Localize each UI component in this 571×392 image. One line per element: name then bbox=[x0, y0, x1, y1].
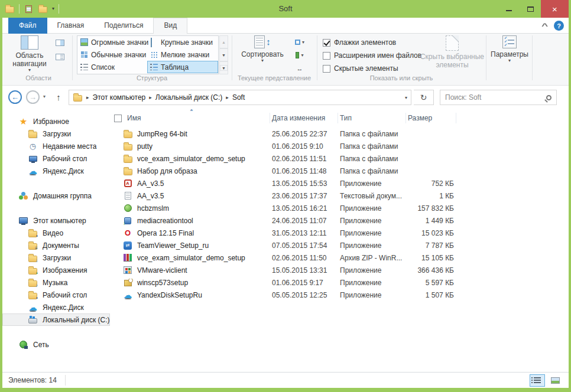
column-headers: ▲ Имя Дата изменения Тип Размер bbox=[109, 111, 565, 125]
navigation-pane-button[interactable]: Область навигации ▾ bbox=[7, 35, 52, 73]
breadcrumb-separator-icon[interactable]: ▸ bbox=[149, 94, 152, 100]
address-bar[interactable]: ▸ Этот компьютер ▸ Локальный диск (C:) ▸… bbox=[69, 90, 411, 105]
videos-folder-icon: ▪ bbox=[28, 231, 37, 237]
item-checkboxes-checkbox[interactable] bbox=[323, 39, 330, 47]
sidebar-network[interactable]: Сеть bbox=[2, 338, 110, 351]
preview-pane-icon bbox=[56, 40, 64, 46]
file-row[interactable]: vce_exam_simulator_demo_setup02.06.2015 … bbox=[109, 152, 565, 165]
view-small-icons[interactable]: Мелкие значки bbox=[147, 48, 218, 61]
tab-home[interactable]: Главная bbox=[47, 18, 95, 34]
sidebar-downloads-pc[interactable]: ↓Загрузки bbox=[2, 251, 110, 264]
sidebar-yandex-disk[interactable]: ☁Яндекс.Диск bbox=[2, 165, 110, 177]
file-row[interactable]: Набор для образа01.06.2015 11:48Папка с … bbox=[109, 165, 565, 177]
tab-view[interactable]: Вид bbox=[153, 18, 187, 34]
folder-icon bbox=[123, 167, 132, 175]
breadcrumb-soft[interactable]: Soft bbox=[232, 93, 245, 102]
add-columns-button[interactable]: ▾ bbox=[291, 49, 309, 61]
details-pane-button[interactable] bbox=[52, 50, 67, 63]
close-button[interactable]: × bbox=[541, 0, 569, 18]
file-row[interactable]: mediacreationtool24.06.2015 11:07Приложе… bbox=[109, 214, 565, 227]
view-medium-icons[interactable]: Обычные значки bbox=[77, 48, 147, 61]
refresh-icon: ↻ bbox=[420, 93, 427, 102]
file-row[interactable]: OOpera 12.15 Final31.05.2013 12:11Прилож… bbox=[109, 227, 565, 239]
sidebar-downloads[interactable]: ↓Загрузки bbox=[2, 128, 110, 140]
file-row[interactable]: JumpReg 64-bit25.06.2015 22:37Папка с фа… bbox=[109, 128, 565, 140]
more-views-button[interactable]: ▼ bbox=[219, 61, 228, 74]
collapse-ribbon-icon[interactable]: ^ bbox=[541, 22, 548, 30]
address-dropdown-icon[interactable]: ▾ bbox=[405, 95, 407, 100]
file-list: JumpReg 64-bit25.06.2015 22:37Папка с фа… bbox=[109, 128, 565, 301]
small-icons-icon bbox=[150, 51, 158, 58]
up-button[interactable]: ↑ bbox=[52, 90, 65, 104]
file-row[interactable]: hcbzmslm13.05.2015 16:21Приложение157 83… bbox=[109, 202, 565, 214]
downloads-folder-icon: ↓ bbox=[28, 256, 37, 262]
sidebar-local-disk-c[interactable]: Локальный диск (C:) bbox=[2, 313, 110, 326]
search-placeholder: Поиск: Soft bbox=[445, 93, 481, 102]
sidebar-favorites[interactable]: ★Избранное bbox=[2, 115, 110, 128]
size-columns-button[interactable]: ↔ bbox=[291, 62, 309, 74]
checkbox-item-checkboxes[interactable]: Флажки элементов bbox=[323, 37, 396, 48]
scroll-down-icon[interactable]: ▼ bbox=[219, 48, 228, 61]
sort-by-icon bbox=[254, 35, 265, 48]
column-header-name[interactable]: Имя bbox=[109, 113, 270, 123]
sidebar-desktop[interactable]: Рабочий стол bbox=[2, 152, 110, 165]
column-header-size[interactable]: Размер bbox=[406, 113, 456, 123]
options-button[interactable]: Параметры ▾ bbox=[488, 35, 531, 63]
view-details[interactable]: Таблица bbox=[147, 61, 218, 73]
file-row[interactable]: ☁YandexDiskSetupRu05.05.2015 12:25Прилож… bbox=[109, 289, 565, 301]
sidebar-pictures[interactable]: ▪Изображения bbox=[2, 264, 110, 276]
minimize-button[interactable] bbox=[498, 0, 520, 18]
group-by-button[interactable]: ▾ bbox=[291, 36, 309, 48]
breadcrumb-separator-icon[interactable]: ▸ bbox=[226, 94, 229, 100]
thumbnails-view-button[interactable] bbox=[547, 374, 563, 387]
file-row[interactable]: vce_exam_simulator_demo_setup02.06.2015 … bbox=[109, 251, 565, 264]
status-separator bbox=[65, 375, 66, 386]
help-icon[interactable]: ? bbox=[554, 21, 564, 31]
sidebar-this-pc[interactable]: Этот компьютер bbox=[2, 214, 110, 227]
checkbox-hidden-items[interactable]: Скрытые элементы bbox=[323, 63, 398, 74]
sidebar-recent-places[interactable]: ◷Недавние места bbox=[2, 140, 110, 152]
recent-locations-icon[interactable]: ▾ bbox=[43, 94, 46, 99]
search-input[interactable]: Поиск: Soft bbox=[440, 90, 557, 105]
sort-by-button[interactable]: ↕ Сортировать ▾ bbox=[238, 35, 287, 63]
teamviewer-icon: ⇄ bbox=[123, 241, 132, 250]
view-list[interactable]: Список bbox=[77, 61, 147, 73]
file-row[interactable]: ⇄TeamViewer_Setup_ru07.05.2015 17:54Прил… bbox=[109, 239, 565, 251]
sidebar-videos[interactable]: ▪Видео bbox=[2, 227, 110, 239]
tab-file[interactable]: Файл bbox=[8, 18, 47, 34]
winscp-icon bbox=[123, 279, 132, 286]
breadcrumb-disk-c[interactable]: Локальный диск (C:) bbox=[155, 93, 223, 102]
details-view-button[interactable] bbox=[530, 374, 545, 387]
file-row[interactable]: AAA_v3.513.05.2015 15:53Приложение752 КБ bbox=[109, 177, 565, 190]
column-header-type[interactable]: Тип bbox=[338, 113, 406, 123]
preview-pane-button[interactable] bbox=[52, 36, 67, 49]
hidden-items-checkbox[interactable] bbox=[323, 65, 330, 73]
file-row[interactable]: putty01.06.2015 9:10Папка с файлами bbox=[109, 140, 565, 152]
scroll-up-icon[interactable]: ▲ bbox=[219, 35, 228, 48]
file-row[interactable]: AA_v3.523.06.2015 17:37Текстовый докум..… bbox=[109, 190, 565, 202]
sidebar-documents[interactable]: ≡Документы bbox=[2, 239, 110, 251]
sidebar-music[interactable]: ♪Музыка bbox=[2, 276, 110, 289]
checkbox-file-extensions[interactable]: Расширения имен файлов bbox=[323, 50, 421, 61]
column-header-date[interactable]: Дата изменения bbox=[270, 113, 338, 123]
breadcrumb-separator-icon[interactable]: ▸ bbox=[86, 94, 89, 100]
layout-list-scrollbar[interactable]: ▲ ▼ ▼ bbox=[219, 35, 228, 74]
sidebar-desktop-pc[interactable]: ▪Рабочий стол bbox=[2, 289, 110, 301]
select-all-checkbox[interactable] bbox=[114, 115, 122, 122]
search-icon[interactable] bbox=[546, 95, 551, 100]
group-label-panes: Области bbox=[6, 74, 71, 83]
forward-button[interactable]: → bbox=[26, 90, 40, 104]
breadcrumb-this-pc[interactable]: Этот компьютер bbox=[93, 93, 146, 102]
view-large-icons[interactable]: Крупные значки bbox=[147, 36, 218, 48]
file-row[interactable]: winscp573setup01.06.2015 9:17Приложение5… bbox=[109, 276, 565, 289]
back-button[interactable]: ← bbox=[8, 90, 22, 104]
view-extra-large-icons[interactable]: Огромные значки bbox=[77, 36, 147, 48]
refresh-button[interactable]: ↻ bbox=[414, 90, 434, 105]
file-row[interactable]: VMware-viclient15.05.2015 13:31Приложени… bbox=[109, 264, 565, 276]
sidebar-homegroup[interactable]: Домашняя группа bbox=[2, 190, 110, 202]
maximize-button[interactable] bbox=[520, 0, 541, 18]
more-views-icon: ▼ bbox=[220, 65, 228, 71]
file-extensions-checkbox[interactable] bbox=[323, 52, 330, 60]
sidebar-yandex-disk-pc[interactable]: ☁Яндекс.Диск bbox=[2, 301, 110, 313]
tab-share[interactable]: Поделиться bbox=[94, 18, 153, 34]
